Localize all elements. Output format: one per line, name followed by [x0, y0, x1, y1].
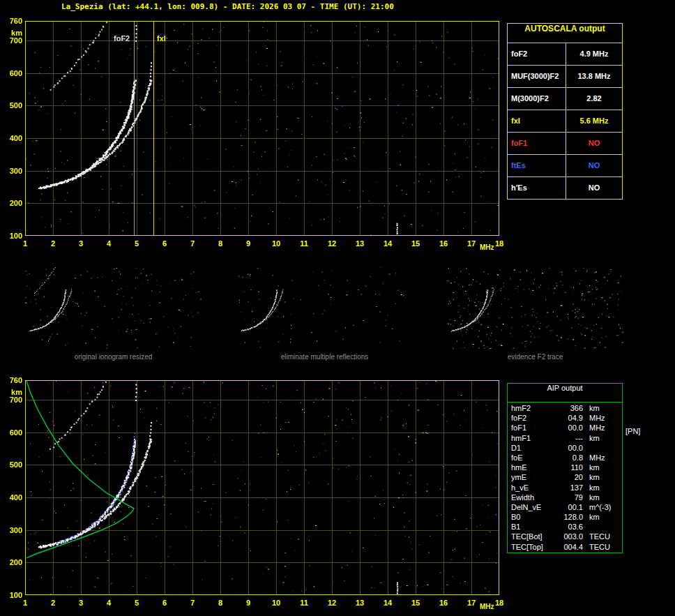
param-label: foF1	[511, 423, 556, 433]
x-tick-label: 15	[411, 599, 420, 607]
x-tick-label: 17	[467, 599, 476, 607]
x-tick-label: 11	[300, 599, 308, 607]
param-label: foF2	[511, 414, 556, 423]
aip-row: D100.0	[508, 444, 622, 453]
thumbnail-caption-original: original ionogram resized	[24, 353, 202, 361]
aip-table-rows: hmF2366kmfoF204.9MHzfoF100.0MHzhmF1---km…	[508, 403, 622, 553]
x-axis-unit-label: MHz	[480, 243, 494, 251]
aip-row: hmF1---km	[508, 434, 622, 444]
param-value: 13.8 MHz	[566, 66, 622, 87]
x-tick-label: 2	[51, 599, 55, 607]
param-unit: km	[583, 463, 619, 473]
y-tick-label: 400	[3, 493, 22, 502]
autoscala-row: h'EsNO	[508, 177, 622, 199]
y-axis-unit-label: km	[3, 388, 22, 396]
param-value: 03.6	[556, 523, 583, 532]
thumbnail-eliminate-reflections	[236, 267, 414, 349]
profile-ionogram-canvas	[25, 380, 499, 595]
fof2-marker-label: foF2	[114, 34, 130, 43]
x-tick-label: 5	[135, 239, 139, 248]
y-tick-label: 400	[3, 134, 22, 142]
param-unit: km	[583, 404, 619, 414]
x-tick-label: 9	[246, 599, 250, 607]
param-unit: km	[583, 513, 619, 523]
param-value: 0.8	[556, 453, 583, 463]
aip-output-table: AIP output hmF2366kmfoF204.9MHzfoF100.0M…	[507, 383, 623, 553]
x-tick-label: 14	[384, 239, 392, 248]
thumbnail-caption-eliminate: eliminate multiple reflections	[236, 353, 414, 361]
param-value: 79	[556, 493, 583, 503]
param-value: 04.9	[556, 414, 583, 423]
main-ionogram-canvas	[25, 21, 499, 236]
aip-row: TEC[Top]004.4TECU	[508, 543, 622, 553]
param-value: 00.0	[556, 444, 583, 453]
x-tick-label: 13	[356, 599, 364, 607]
aip-row: ymE20km	[508, 473, 622, 483]
param-label: hmE	[511, 463, 556, 473]
autoscala-row: M(3000)F22.82	[508, 88, 622, 110]
aip-row: foF100.0MHz	[508, 423, 622, 433]
thumbnail-original-ionogram	[24, 267, 202, 349]
x-tick-label: 14	[384, 599, 392, 607]
x-tick-label: 8	[218, 239, 222, 248]
thumbnail-evidence-f2-trace	[446, 267, 624, 349]
param-label: TEC[Top]	[511, 543, 556, 553]
autoscala-row: ftEsNO	[508, 155, 622, 177]
param-unit: km	[583, 473, 619, 483]
x-tick-label: 10	[272, 239, 280, 248]
y-axis-unit-label: km	[3, 29, 22, 37]
aip-row: B0128.0km	[508, 513, 622, 523]
aip-row: DelN_vE00.1m^(-3)	[508, 503, 622, 513]
y-tick-label: 600	[3, 428, 22, 437]
param-unit: km	[583, 483, 619, 493]
y-tick-label: 760	[3, 376, 22, 384]
aip-row: foE0.8MHz	[508, 453, 622, 463]
param-unit: TECU	[583, 543, 619, 553]
y-tick-label: 200	[3, 558, 22, 566]
y-tick-label: 600	[3, 69, 22, 77]
fxi-marker-label: fxI	[157, 34, 166, 43]
param-value: ---	[556, 434, 583, 444]
x-tick-label: 6	[162, 239, 167, 248]
x-tick-label: 3	[79, 239, 83, 248]
param-unit: km	[583, 493, 619, 503]
param-value: 137	[556, 483, 583, 493]
param-value: 20	[556, 473, 583, 483]
param-value: 003.0	[556, 532, 583, 542]
param-unit: MHz	[583, 453, 619, 463]
x-tick-label: 10	[272, 599, 280, 607]
autoscala-row: MUF(3000)F213.8 MHz	[508, 66, 622, 88]
param-value: NO	[566, 155, 622, 176]
y-tick-label: 500	[3, 101, 22, 110]
param-value: 110	[556, 463, 583, 473]
param-value: 5.6 MHz	[566, 110, 622, 132]
x-tick-label: 18	[495, 239, 503, 248]
y-tick-label: 500	[3, 460, 22, 469]
param-label: h_vE	[511, 483, 556, 493]
param-label: foF1	[508, 133, 566, 154]
param-label: DelN_vE	[511, 503, 556, 513]
aip-table-title: AIP output	[508, 384, 622, 403]
param-label: foE	[511, 453, 556, 463]
x-tick-label: 16	[439, 239, 448, 248]
y-tick-label: 700	[3, 36, 22, 45]
param-value: 004.4	[556, 543, 583, 553]
autoscala-row: fxI5.6 MHz	[508, 110, 622, 133]
param-value: NO	[566, 133, 622, 154]
x-tick-label: 7	[190, 599, 195, 607]
param-value: 2.82	[566, 88, 622, 110]
x-tick-label: 18	[495, 599, 503, 607]
param-label: B1	[511, 523, 556, 532]
x-tick-label: 8	[218, 599, 222, 607]
x-tick-label: 7	[190, 239, 195, 248]
y-tick-label: 100	[3, 591, 22, 599]
autoscala-table-rows: foF24.9 MHzMUF(3000)F213.8 MHzM(3000)F22…	[508, 43, 622, 199]
param-label: hmF2	[511, 404, 556, 414]
param-unit: MHz	[583, 414, 619, 423]
x-tick-label: 11	[300, 239, 308, 248]
x-tick-label: 4	[107, 239, 111, 248]
param-value: 128.0	[556, 513, 583, 523]
param-label: hmF1	[511, 434, 556, 444]
param-unit: TECU	[583, 532, 619, 542]
aip-row: B103.6	[508, 523, 622, 532]
